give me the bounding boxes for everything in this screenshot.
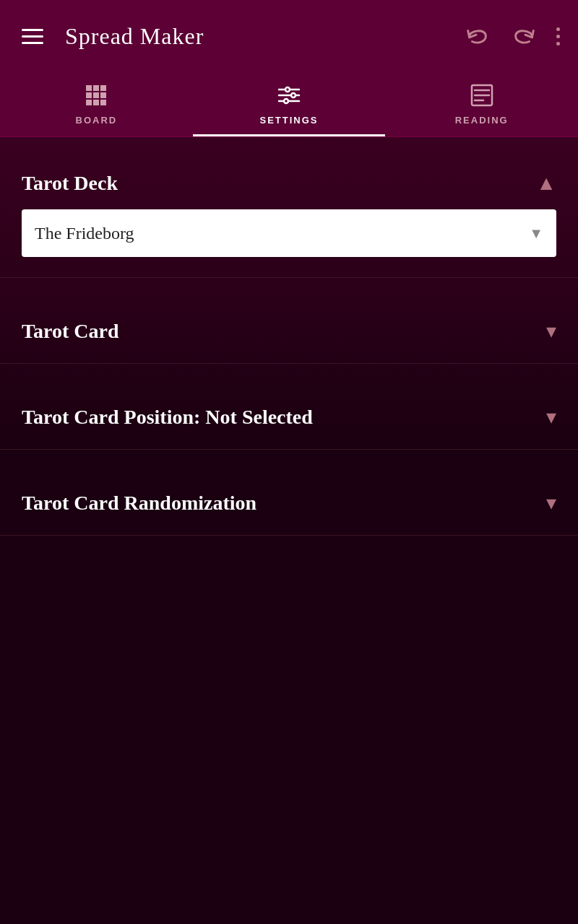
tarot-card-position-section: Tarot Card Position: Not Selected ▾ <box>0 385 578 450</box>
tab-reading[interactable]: READING <box>385 72 578 136</box>
hamburger-icon <box>18 25 47 48</box>
tarot-deck-select[interactable]: The Frideborg Rider Waite Smith Thoth Ta… <box>22 209 556 257</box>
spacer-2 <box>0 364 578 385</box>
header-right <box>460 19 564 53</box>
board-icon <box>85 84 108 110</box>
svg-rect-3 <box>86 92 92 98</box>
tarot-card-randomization-toggle[interactable]: Tarot Card Randomization ▾ <box>22 492 556 515</box>
svg-rect-2 <box>100 85 106 91</box>
redo-icon <box>510 22 538 50</box>
tarot-card-randomization-section: Tarot Card Randomization ▾ <box>0 471 578 536</box>
undo-icon <box>464 22 491 50</box>
tab-reading-label: READING <box>455 115 509 126</box>
tab-settings[interactable]: SETTINGS <box>193 72 386 136</box>
tarot-deck-toggle[interactable]: Tarot Deck ▲ <box>22 172 556 195</box>
tab-board[interactable]: BOARD <box>0 72 193 136</box>
tarot-card-randomization-chevron: ▾ <box>546 493 556 513</box>
redo-button[interactable] <box>506 19 541 53</box>
svg-rect-8 <box>100 100 106 105</box>
undo-button[interactable] <box>460 19 495 53</box>
svg-rect-7 <box>93 100 99 105</box>
tarot-card-title: Tarot Card <box>22 320 119 343</box>
tab-board-label: BOARD <box>76 115 118 126</box>
header: Spread Maker <box>0 0 578 72</box>
reading-icon <box>470 84 493 110</box>
settings-icon <box>277 84 301 110</box>
tarot-deck-dropdown-wrapper: The Frideborg Rider Waite Smith Thoth Ta… <box>22 209 556 257</box>
tarot-deck-chevron: ▲ <box>536 173 556 193</box>
menu-button[interactable] <box>14 22 51 51</box>
header-left: Spread Maker <box>14 22 204 51</box>
tarot-deck-section: Tarot Deck ▲ The Frideborg Rider Waite S… <box>0 152 578 278</box>
tab-bar: BOARD SETTINGS <box>0 72 578 137</box>
app-title: Spread Maker <box>65 23 204 50</box>
tarot-card-position-toggle[interactable]: Tarot Card Position: Not Selected ▾ <box>22 406 556 429</box>
tarot-card-randomization-title: Tarot Card Randomization <box>22 492 256 515</box>
tarot-card-chevron: ▾ <box>546 321 556 341</box>
main-content: Tarot Deck ▲ The Frideborg Rider Waite S… <box>0 137 578 924</box>
tab-settings-label: SETTINGS <box>260 115 319 126</box>
tarot-card-section: Tarot Card ▾ <box>0 300 578 364</box>
more-icon <box>556 27 560 45</box>
tarot-card-position-title: Tarot Card Position: Not Selected <box>22 406 313 429</box>
svg-rect-6 <box>86 100 92 105</box>
svg-rect-0 <box>86 85 92 91</box>
svg-rect-4 <box>93 92 99 98</box>
more-options-button[interactable] <box>553 24 564 49</box>
svg-rect-5 <box>100 92 106 98</box>
spacer-3 <box>0 450 578 471</box>
svg-rect-1 <box>93 85 99 91</box>
tarot-card-position-chevron: ▾ <box>546 407 556 427</box>
spacer-1 <box>0 278 578 300</box>
tarot-deck-title: Tarot Deck <box>22 172 118 195</box>
tarot-card-toggle[interactable]: Tarot Card ▾ <box>22 320 556 343</box>
